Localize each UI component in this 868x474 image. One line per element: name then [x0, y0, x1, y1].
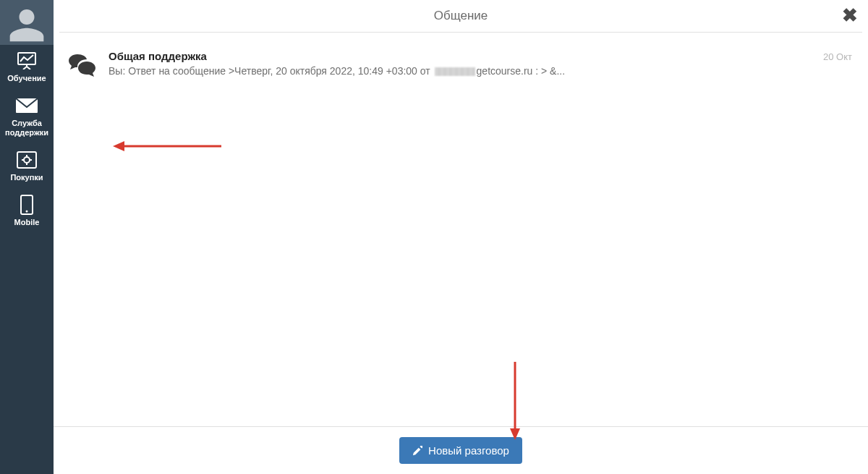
sidebar-item-label: поддержки [1, 128, 52, 137]
conversation-date: 20 Окт [823, 50, 852, 62]
person-icon [7, 4, 47, 45]
page-title: Общение [434, 9, 488, 23]
chat-bubbles-icon [65, 50, 98, 77]
envelope-icon [1, 96, 52, 116]
avatar[interactable] [0, 0, 54, 45]
spacer [54, 89, 868, 426]
sidebar-item-label: Mobile [1, 218, 52, 227]
conversation-title: Общая поддержка [109, 50, 813, 62]
close-button[interactable]: ✖ [842, 6, 858, 25]
sidebar-item-mobile[interactable]: Mobile [0, 189, 54, 231]
conversation-list: Общая поддержка Вы: Ответ на сообщение >… [54, 33, 868, 89]
new-conversation-button[interactable]: Новый разговор [399, 437, 522, 464]
conversation-body: Общая поддержка Вы: Ответ на сообщение >… [109, 50, 813, 77]
sidebar: Обучение Служба поддержки Покупки Mobile [0, 0, 54, 474]
conversation-row[interactable]: Общая поддержка Вы: Ответ на сообщение >… [62, 44, 855, 83]
sidebar-item-label: Покупки [1, 173, 52, 182]
gear-card-icon [1, 150, 52, 170]
svg-line-2 [23, 67, 27, 69]
redacted-text [435, 67, 475, 76]
svg-point-12 [26, 211, 28, 213]
svg-line-3 [27, 67, 30, 69]
close-icon: ✖ [842, 4, 858, 26]
header: Общение ✖ [54, 0, 868, 32]
phone-icon [1, 195, 52, 215]
new-conversation-label: Новый разговор [428, 444, 509, 457]
sidebar-item-training[interactable]: Обучение [0, 45, 54, 87]
conversation-preview-prefix: Вы: Ответ на сообщение >Четверг, 20 октя… [109, 65, 433, 77]
sidebar-item-purchases[interactable]: Покупки [0, 144, 54, 186]
pencil-icon [412, 446, 422, 456]
footer: Новый разговор [54, 426, 868, 474]
svg-point-6 [24, 157, 30, 163]
sidebar-item-support[interactable]: Служба поддержки [0, 90, 54, 141]
conversation-preview: Вы: Ответ на сообщение >Четверг, 20 октя… [109, 65, 813, 77]
main: Общение ✖ Общая поддержка Вы: Ответ на с… [54, 0, 868, 474]
board-icon [1, 51, 52, 71]
svg-rect-5 [17, 152, 36, 168]
sidebar-item-label: Обучение [1, 74, 52, 82]
sidebar-item-label: Служба [1, 119, 52, 127]
conversation-preview-suffix: getcourse.ru : > &... [477, 65, 566, 77]
